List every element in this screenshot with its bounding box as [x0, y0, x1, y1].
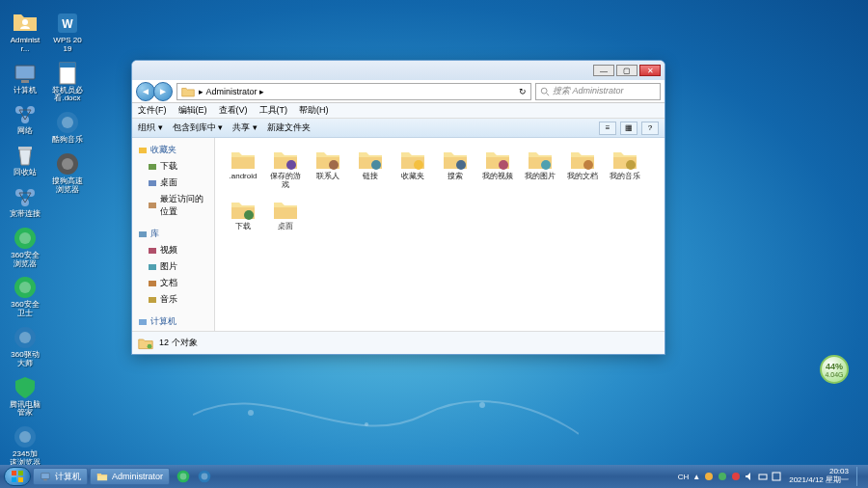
desktop-icon-计算机[interactable]: 计算机	[8, 58, 42, 97]
desktop-icon-宽带连接[interactable]: 宽带连接	[8, 181, 42, 221]
toolbar-共享 ▾[interactable]: 共享 ▾	[232, 122, 258, 134]
search-input[interactable]: 搜索 Administrator	[535, 83, 661, 100]
svg-rect-60	[18, 471, 23, 475]
folder-item-链接[interactable]: 链接	[350, 146, 391, 192]
svg-rect-12	[18, 147, 32, 149]
nav-label: 音乐	[160, 293, 177, 306]
toolbar-right-button[interactable]: ≡	[599, 122, 616, 135]
accelerator-widget[interactable]: 44% 4.04G	[820, 355, 849, 384]
svg-rect-44	[149, 281, 156, 286]
svg-point-51	[414, 160, 423, 170]
tray-icon[interactable]	[704, 472, 714, 481]
folder-icon	[357, 148, 384, 171]
breadcrumb-sep2: ▸	[259, 87, 264, 96]
nav-文档[interactable]: 文档	[132, 275, 214, 291]
folder-item-我的视频[interactable]: 我的视频	[477, 146, 518, 192]
toolbar-包含到库中 ▾[interactable]: 包含到库中 ▾	[173, 122, 224, 134]
toolbar-right-button[interactable]: ?	[641, 122, 659, 135]
network-icon[interactable]	[758, 472, 768, 481]
nav-最近访问的位置[interactable]: 最近访问的位置	[132, 191, 214, 220]
svg-rect-40	[149, 203, 156, 208]
nav-label: 视频	[160, 244, 177, 257]
folder-item-我的音乐[interactable]: 我的音乐	[605, 146, 645, 192]
folder-item-保存的游戏[interactable]: 保存的游戏	[265, 146, 306, 192]
tray-arrow-icon[interactable]: ▲	[692, 473, 700, 481]
pinned-icon[interactable]	[176, 469, 191, 484]
desktop-icon-360驱动大师[interactable]: 360驱动大师	[8, 322, 42, 370]
menu-帮助(H)[interactable]: 帮助(H)	[299, 104, 329, 117]
menu-编辑(E)[interactable]: 编辑(E)	[178, 104, 207, 117]
clock[interactable]: 20:03 2021/4/12 星期一	[785, 468, 853, 485]
svg-point-48	[286, 160, 296, 170]
toolbar-新建文件夹[interactable]: 新建文件夹	[267, 122, 311, 134]
desktop-icon-回收站[interactable]: 回收站	[8, 140, 42, 179]
circle-icon	[12, 225, 39, 252]
nav-视频[interactable]: 视频	[132, 242, 214, 258]
folder-item-.android[interactable]: .android	[223, 146, 263, 192]
nav-收藏夹[interactable]: 收藏夹	[132, 142, 214, 158]
desktop-icon-腾讯电脑管家[interactable]: 腾讯电脑管家	[8, 372, 42, 420]
start-button[interactable]	[4, 467, 31, 486]
pinned-icon[interactable]	[197, 469, 212, 484]
user-icon	[12, 10, 39, 37]
show-desktop-button[interactable]	[856, 467, 864, 486]
breadcrumb-sep: ▸	[199, 87, 203, 96]
desktop-icon-Administr...[interactable]: Administr...	[8, 8, 42, 56]
widget-pct: 44%	[826, 362, 843, 371]
svg-rect-63	[41, 474, 50, 479]
folder-item-收藏夹[interactable]: 收藏夹	[393, 146, 433, 192]
folder-icon	[484, 148, 511, 171]
desktop-icon-label: Administr...	[10, 37, 41, 54]
nav-音乐[interactable]: 音乐	[132, 291, 214, 308]
close-button[interactable]: ✕	[639, 65, 661, 76]
toolbar-组织 ▾[interactable]: 组织 ▾	[138, 122, 163, 134]
desktop-icon-酷狗音乐[interactable]: 酷狗音乐	[50, 107, 85, 147]
folder-item-下载[interactable]: 下载	[223, 196, 263, 233]
desktop-icon-label: 360驱动大师	[10, 351, 41, 368]
taskbar-task-计算机[interactable]: 计算机	[33, 468, 88, 485]
taskbar-task-Administrator[interactable]: Administrator	[90, 468, 170, 485]
folder-label: 下载	[235, 223, 251, 231]
nav-label: 桌面	[160, 176, 177, 189]
nav-桌面[interactable]: 桌面	[132, 175, 214, 191]
breadcrumb[interactable]: ▸ Administrator ▸ ↻	[176, 83, 531, 100]
svg-rect-30	[60, 63, 75, 68]
desktop-icon-网络[interactable]: 网络	[8, 98, 42, 138]
nav-图片[interactable]: 图片	[132, 258, 214, 275]
desktop-icon-WPS 2019[interactable]: WWPS 2019	[50, 8, 85, 56]
desktop-icon-搜狗高速浏览器[interactable]: 搜狗高速浏览器	[50, 149, 85, 197]
desktop-icon-label: 腾讯电脑管家	[10, 401, 41, 419]
tray-lang[interactable]: CH	[678, 473, 690, 481]
desktop-icon-360安全浏览器[interactable]: 360安全浏览器	[8, 223, 42, 271]
volume-icon[interactable]	[745, 472, 754, 481]
folder-item-搜索[interactable]: 搜索	[435, 146, 475, 192]
folder-icon	[314, 148, 341, 171]
nav-计算机[interactable]: 计算机	[132, 313, 214, 330]
desktop-icon-2345加速浏览器[interactable]: 2345加速浏览器	[8, 421, 42, 470]
toolbar-right-button[interactable]: ▦	[620, 122, 637, 135]
folder-item-联系人[interactable]: 联系人	[308, 146, 348, 192]
folder-item-我的图片[interactable]: 我的图片	[520, 146, 560, 192]
nav-下载[interactable]: 下载	[132, 158, 214, 175]
menu-文件(F)[interactable]: 文件(F)	[138, 104, 167, 117]
folder-item-桌面[interactable]: 桌面	[265, 196, 306, 233]
minimize-button[interactable]: —	[593, 65, 614, 76]
tray-icon[interactable]	[718, 472, 727, 481]
menu-查看(V)[interactable]: 查看(V)	[219, 104, 248, 117]
desktop-icon-装机员必看.docx[interactable]: 装机员必看.docx	[50, 58, 85, 106]
refresh-button[interactable]: ↻	[519, 87, 527, 96]
folder-label: 我的视频	[482, 173, 513, 181]
back-button[interactable]: ◄	[136, 82, 155, 101]
folder-item-我的文档[interactable]: 我的文档	[562, 146, 603, 192]
forward-button[interactable]: ►	[153, 82, 173, 101]
svg-rect-38	[149, 164, 156, 170]
svg-point-57	[244, 210, 254, 220]
tray-icon[interactable]	[731, 472, 741, 481]
maximize-button[interactable]: ▢	[616, 65, 637, 76]
desktop-icon-360安全卫士[interactable]: 360安全卫士	[8, 272, 42, 320]
action-center-icon[interactable]	[772, 472, 781, 481]
menu-工具(T)[interactable]: 工具(T)	[259, 104, 288, 117]
nav-库[interactable]: 库	[132, 226, 214, 242]
nav-row: ◄ ► ▸ Administrator ▸ ↻ 搜索 Administrator	[132, 80, 665, 103]
svg-text:W: W	[62, 17, 73, 31]
